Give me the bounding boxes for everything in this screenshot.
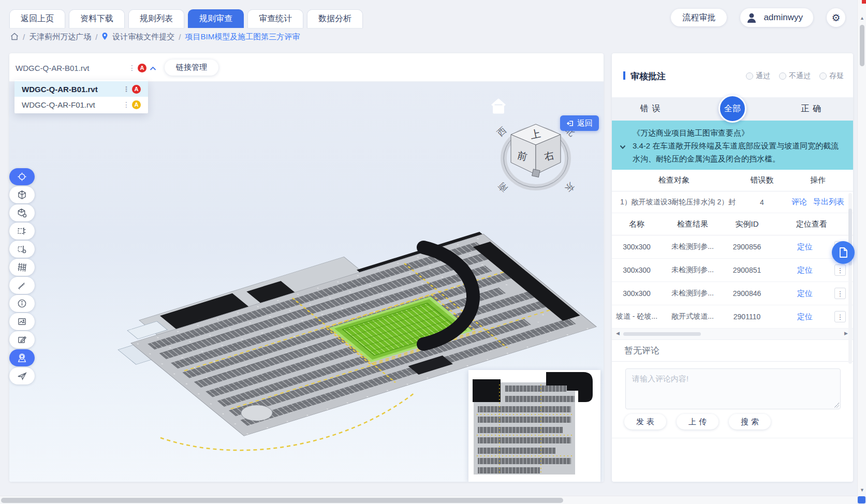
tab-correct[interactable]: 正确 xyxy=(773,103,853,114)
file-dropdown-menu: WDGC-Q-AR-B01.rvt ⋮ A WDGC-Q-AR-F01.rvt … xyxy=(14,80,148,113)
send-plane-icon[interactable] xyxy=(9,367,35,384)
scroll-down-arrow-icon[interactable]: ▼ xyxy=(858,487,866,493)
scrollbar-thumb[interactable] xyxy=(860,25,864,66)
review-options: 通过 不通过 存疑 xyxy=(746,71,844,81)
image-snapshot-icon[interactable] xyxy=(9,313,35,330)
breadcrumb: / 天津蓟州万达广场 / 设计审核文件提交 / 项目BIM模型及施工图第三方评审 xyxy=(10,32,300,42)
check-table-row: 1）敞开坡道设3耐轮压排水沟 2）封闭 4 评论 导出列表 xyxy=(612,191,853,213)
radio-pass[interactable]: 通过 xyxy=(746,71,770,81)
file-dropdown-item[interactable]: WDGC-Q-AR-B01.rvt ⋮ A xyxy=(14,81,148,97)
viewer-toolbar xyxy=(9,168,35,384)
row-kebab-menu[interactable]: ⋮ xyxy=(834,264,846,276)
row-kebab-menu[interactable]: ⋮ xyxy=(834,288,846,299)
export-list-link[interactable]: 导出列表 xyxy=(813,197,844,206)
row-kebab-menu[interactable]: ⋮ xyxy=(834,311,846,322)
result-filter-tabs: 错误 正确 全部 xyxy=(612,97,853,121)
radio-circle-icon[interactable] xyxy=(819,72,827,80)
scroll-left-arrow-icon[interactable]: ◀ xyxy=(616,331,620,336)
tab-data-analysis[interactable]: 数据分析 xyxy=(307,9,363,28)
breadcrumb-current[interactable]: 项目BIM模型及施工图第三方评审 xyxy=(185,32,300,42)
tab-rule-review[interactable]: 规则审查 xyxy=(188,9,244,28)
search-button[interactable]: 搜索 xyxy=(729,414,771,429)
tab-downloads[interactable]: 资料下载 xyxy=(69,9,125,28)
corner-marker xyxy=(862,0,866,4)
breadcrumb-project[interactable]: 天津蓟州万达广场 xyxy=(29,32,91,42)
grade-badge-yellow: A xyxy=(132,100,141,109)
grid-icon[interactable] xyxy=(9,259,35,276)
workflow-approve-button[interactable]: 流程审批 xyxy=(671,9,727,26)
scrollbar-thumb[interactable] xyxy=(1,498,563,503)
viewer-back-button[interactable]: 返回 xyxy=(560,115,599,131)
minimap[interactable] xyxy=(468,370,600,482)
document-fab-button[interactable] xyxy=(832,241,855,264)
focus-crosshair-icon[interactable] xyxy=(9,168,35,185)
scrollbar-thumb[interactable] xyxy=(623,332,701,336)
svg-text:西: 西 xyxy=(495,125,508,138)
kebab-menu-icon[interactable]: ⋮ xyxy=(123,85,130,93)
locate-pin-icon[interactable] xyxy=(9,349,35,366)
detail-table-row: 坡道 - 砼坡... 敞开式坡道... 2901110 定位 ⋮ xyxy=(612,305,853,329)
user-avatar-icon xyxy=(744,10,759,25)
bim-3d-canvas[interactable]: 上 前 右 西 北 南 东 返回 xyxy=(9,82,604,482)
publish-button[interactable]: 发表 xyxy=(624,414,666,429)
tab-back-home[interactable]: 返回上页 xyxy=(9,9,65,28)
scroll-right-arrow-icon[interactable]: ▶ xyxy=(844,331,848,336)
tab-rule-list[interactable]: 规则列表 xyxy=(128,9,184,28)
error-count: 4 xyxy=(736,198,788,206)
divider xyxy=(612,438,853,438)
radio-fail[interactable]: 不通过 xyxy=(779,71,811,81)
page-vertical-scrollbar[interactable]: ▲ ▼ xyxy=(857,0,866,504)
check-table-header: 检查对象 错误数 操作 xyxy=(612,170,853,191)
review-annotation-panel: 审核批注 通过 不通过 存疑 错误 正确 全部 《万达商业项目施工图审查要点》 … xyxy=(612,53,853,482)
info-icon[interactable] xyxy=(9,295,35,312)
locate-link[interactable]: 定位 xyxy=(797,242,813,252)
username-label: adminwyy xyxy=(764,12,803,23)
page-horizontal-scrollbar[interactable] xyxy=(0,496,857,504)
panel-header: 审核批注 通过 不通过 存疑 xyxy=(612,53,853,97)
detail-table-row: 300x300 未检测到参... 2900846 定位 ⋮ xyxy=(612,282,853,305)
document-icon xyxy=(838,247,848,258)
user-menu[interactable]: adminwyy xyxy=(740,8,813,27)
tab-all[interactable]: 全部 xyxy=(718,95,746,123)
radio-circle-icon[interactable] xyxy=(746,72,753,80)
kebab-menu-icon[interactable]: ⋮ xyxy=(123,101,130,108)
scroll-up-arrow-icon[interactable]: ▲ xyxy=(858,16,866,21)
link-manage-button[interactable]: 链接管理 xyxy=(165,60,218,76)
model-cube-config-icon[interactable] xyxy=(9,204,35,221)
section-box-icon[interactable] xyxy=(9,241,35,258)
chevron-up-icon[interactable] xyxy=(150,64,156,72)
model-file-select[interactable]: WDGC-Q-AR-B01.rvt ⋮ A xyxy=(16,60,156,76)
tab-review-stats[interactable]: 审查统计 xyxy=(247,9,303,28)
corner-notes-icon[interactable] xyxy=(858,496,865,503)
comment-actions: 发表 上传 搜索 xyxy=(624,414,853,429)
view-cube-faces: 上 前 右 xyxy=(511,124,561,177)
measure-ruler-icon[interactable] xyxy=(9,277,35,294)
resize-grip-icon[interactable] xyxy=(834,403,839,408)
comment-input[interactable]: 请输入评论内容! xyxy=(625,368,841,409)
model-cube-icon[interactable] xyxy=(9,186,35,203)
settings-gear-icon[interactable]: ⚙ xyxy=(827,8,845,27)
table-horizontal-scrollbar[interactable]: ◀ ▶ xyxy=(612,329,853,340)
kebab-menu-icon[interactable]: ⋮ xyxy=(128,64,136,71)
section-plane-icon[interactable] xyxy=(9,223,35,240)
markup-edit-icon[interactable] xyxy=(9,331,35,348)
top-tab-bar: 返回上页 资料下载 规则列表 规则审查 审查统计 数据分析 xyxy=(9,9,363,28)
rule-highlight-item[interactable]: 《万达商业项目施工图审查要点》 3.4-2 在车道敞开段终端及车道底部应设置与坡… xyxy=(612,121,853,170)
upload-button[interactable]: 上传 xyxy=(677,414,718,429)
tab-errors[interactable]: 错误 xyxy=(612,103,692,114)
radio-doubt[interactable]: 存疑 xyxy=(819,71,844,81)
file-dropdown-item[interactable]: WDGC-Q-AR-F01.rvt ⋮ A xyxy=(14,97,148,112)
home-icon[interactable] xyxy=(10,33,19,42)
breadcrumb-stage[interactable]: 设计审核文件提交 xyxy=(112,32,174,42)
exit-back-icon xyxy=(566,120,574,127)
locate-link[interactable]: 定位 xyxy=(797,265,813,275)
locate-link[interactable]: 定位 xyxy=(797,289,813,299)
locate-link[interactable]: 定位 xyxy=(797,312,813,322)
radio-circle-icon[interactable] xyxy=(779,72,786,80)
model-grade-badge: A xyxy=(138,64,146,72)
detail-table-header: 名称 检查结果 实例ID 定位查看 xyxy=(612,213,853,235)
chevron-down-icon[interactable] xyxy=(620,141,626,147)
comment-link[interactable]: 评论 xyxy=(791,197,807,206)
rule-clause: 3.4-2 在车道敞开段终端及车道底部应设置与坡道同宽的截流水沟、耐轮压的金属沟… xyxy=(633,139,844,165)
rule-source: 《万达商业项目施工图审查要点》 xyxy=(633,126,844,139)
